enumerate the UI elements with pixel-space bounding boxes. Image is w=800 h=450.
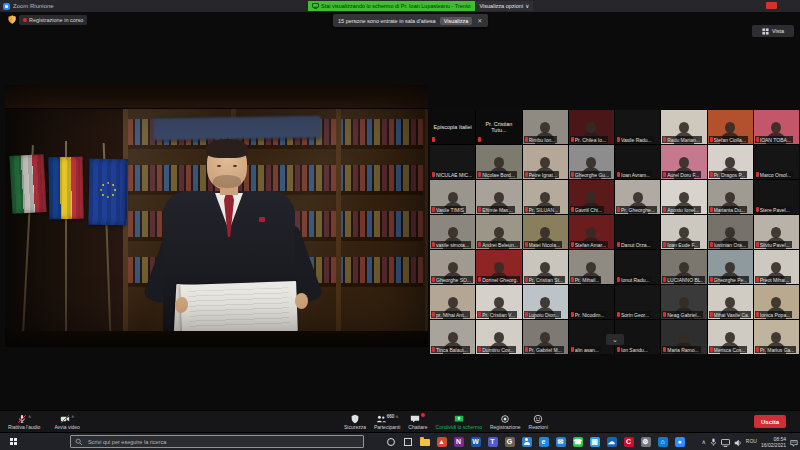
chevron-up-icon[interactable]: ∧ [71, 414, 74, 419]
toolbar-share-button[interactable]: Condividi lo schermo [436, 411, 482, 433]
participant-tile[interactable]: Silviu Pavel... [754, 215, 799, 249]
participant-tile[interactable]: Pr. Dragos P... [708, 145, 753, 179]
photos-icon[interactable]: ▣ [588, 435, 601, 448]
settings-icon[interactable]: ⚙ [639, 435, 652, 448]
action-center-icon[interactable] [790, 433, 798, 450]
speaker-video[interactable] [5, 85, 428, 347]
participant-tile[interactable]: Marianta Du... [708, 180, 753, 214]
participant-tile[interactable]: Petre Ignat... [523, 145, 568, 179]
taskbar-clock[interactable]: 08:54 16/02/2021 [761, 436, 786, 448]
toast-view-button[interactable]: Visualizza [440, 17, 473, 25]
participant-tile[interactable]: Pr. Chilea Io... [569, 110, 614, 144]
participant-tile[interactable]: Stere Pavel... [754, 180, 799, 214]
participant-tile[interactable]: Pr. Gheorghe... [615, 180, 660, 214]
participant-tile[interactable]: Tinca Balaut... [430, 320, 475, 354]
participant-tile[interactable]: Pr. SILUAN... [523, 180, 568, 214]
participant-tile[interactable]: Marco Orsol... [754, 145, 799, 179]
participant-tile[interactable]: Vasile TIMIS [430, 180, 475, 214]
participant-tile[interactable]: pr. Mihai Ant... [430, 285, 475, 319]
toolbar-chat-button[interactable]: Chattare [408, 411, 427, 433]
word-icon[interactable]: W [469, 435, 482, 448]
leave-meeting-button[interactable]: Uscita [754, 415, 786, 428]
tray-expand-icon[interactable]: ∧ [701, 439, 705, 445]
participant-tile[interactable]: Radu Marian... [661, 110, 706, 144]
toolbar-security-button[interactable]: Sicurezza [344, 411, 366, 433]
participant-tile[interactable]: Rimbu Ion... [523, 110, 568, 144]
participant-tile[interactable]: Sorin Geor... [615, 285, 660, 319]
participant-tile[interactable]: Pr. Gabriel M... [523, 320, 568, 354]
participant-tile[interactable]: Mihai Vasile Ca... [708, 285, 753, 319]
gallery-scroll-down-button[interactable]: ⌄ [606, 334, 624, 345]
chevron-up-icon[interactable]: ∧ [395, 414, 398, 419]
participant-tile[interactable]: Dumitru Cov... [476, 320, 521, 354]
participant-tile[interactable]: Maria Ramo... [661, 320, 706, 354]
participant-tile[interactable]: Matei Nicola... [523, 215, 568, 249]
tray-volume-icon[interactable] [734, 433, 742, 450]
participant-tile[interactable]: Pr. Cristian St... [523, 250, 568, 284]
mail-icon[interactable]: ✉ [554, 435, 567, 448]
vlc-icon[interactable]: ▲ [435, 435, 448, 448]
teams-icon[interactable]: T [486, 435, 499, 448]
participant-tile[interactable]: Dorinel Gheorg... [476, 250, 521, 284]
close-icon[interactable]: ✕ [476, 17, 483, 24]
participant-tile[interactable]: Preot Mihai... [754, 250, 799, 284]
store-icon[interactable]: ⌂ [656, 435, 669, 448]
participant-tile[interactable]: Pr. Cristian Tutu... [476, 110, 521, 144]
tray-network-icon[interactable] [721, 433, 730, 450]
view-layout-button[interactable]: Vista [752, 25, 794, 37]
participant-tile[interactable]: Vasile Radu... [615, 110, 660, 144]
participant-tile[interactable]: Pr. Marius Ga... [754, 320, 799, 354]
participant-tile[interactable]: Stefan Amar... [569, 215, 614, 249]
onedrive-icon[interactable]: ☁ [605, 435, 618, 448]
unmute-button[interactable]: ∧ Riattiva l'audio [8, 411, 40, 433]
participant-tile[interactable]: Stefan Ciolla... [708, 110, 753, 144]
start-video-button[interactable]: ∧ Avvia video [54, 411, 79, 433]
whatsapp-icon[interactable]: ☎ [571, 435, 584, 448]
participant-tile[interactable]: Pr. Nicodim... [569, 285, 614, 319]
toolbar-record-button[interactable]: Registrazione [490, 411, 521, 433]
participant-tile[interactable]: Gheorghe SO... [430, 250, 475, 284]
participant-tile[interactable]: IOAN TOBA... [754, 110, 799, 144]
task-view-icon[interactable] [401, 435, 414, 448]
participant-tile[interactable]: Andrei Beleun... [476, 215, 521, 249]
participant-tile[interactable]: LUCIANNO BL... [661, 250, 706, 284]
chevron-up-icon[interactable]: ∧ [28, 414, 31, 419]
corel-icon[interactable]: C [622, 435, 635, 448]
participant-tile[interactable]: Gheorghe Pe... [708, 250, 753, 284]
participant-tile[interactable]: Ionica Popa... [754, 285, 799, 319]
gimp-icon[interactable]: G [503, 435, 516, 448]
participant-tile[interactable]: Ioan Eude F... [661, 215, 706, 249]
participant-tile[interactable]: Pr. Mihail... [569, 250, 614, 284]
taskbar-search[interactable] [70, 435, 364, 448]
participant-tile[interactable]: Nicolae Bord... [476, 145, 521, 179]
participant-tile[interactable]: Gavriil Chi... [569, 180, 614, 214]
participant-tile[interactable]: Gheorghe Gu... [569, 145, 614, 179]
cortana-icon[interactable] [384, 435, 397, 448]
search-input[interactable] [86, 438, 359, 446]
participant-tile[interactable]: Pr. Cristian V... [476, 285, 521, 319]
view-options-button[interactable]: Visualizza opzioni ∨ [476, 1, 534, 11]
participant-tile[interactable]: Apostu Ionel... [661, 180, 706, 214]
file-explorer-icon[interactable] [418, 435, 431, 448]
participant-tile[interactable]: Neag Gabriel... [661, 285, 706, 319]
participant-tile[interactable]: Eftimie Mas... [476, 180, 521, 214]
zoom-app-icon[interactable]: ● [673, 435, 686, 448]
participant-tile[interactable]: Episcopia Italiei [430, 110, 475, 144]
participant-tile[interactable]: Merisca Cos... [708, 320, 753, 354]
participant-tile[interactable]: Lupoiu Dion... [523, 285, 568, 319]
language-indicator[interactable]: ROU [746, 439, 757, 444]
participant-tile[interactable]: Iustinian Ora... [708, 215, 753, 249]
people-icon[interactable] [520, 435, 533, 448]
onenote-icon[interactable]: N [452, 435, 465, 448]
tray-mic-icon[interactable] [710, 433, 717, 450]
toolbar-reactions-button[interactable]: Reazioni [529, 411, 548, 433]
toolbar-participants-button[interactable]: 660∧Partecipanti [374, 411, 400, 433]
participant-tile[interactable]: NICULAE MIC... [430, 145, 475, 179]
edge-icon[interactable]: e [537, 435, 550, 448]
participant-tile[interactable]: vasile simota... [430, 215, 475, 249]
participant-tile[interactable]: Danut Orza... [615, 215, 660, 249]
participant-tile[interactable]: Aurel Doru F... [661, 145, 706, 179]
participant-tile[interactable]: Ioan Avram... [615, 145, 660, 179]
start-button[interactable] [0, 433, 26, 450]
participant-tile[interactable]: Ionut Radu... [615, 250, 660, 284]
